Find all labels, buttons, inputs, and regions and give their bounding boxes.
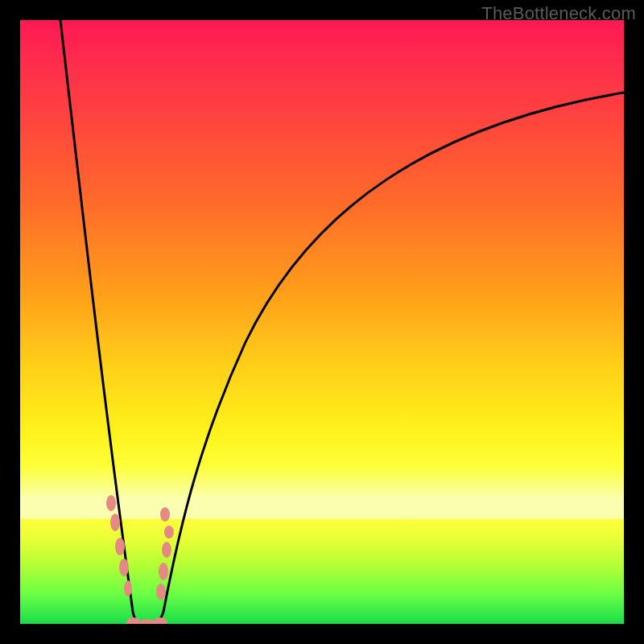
data-marker xyxy=(139,619,155,624)
curve-left-branch xyxy=(60,20,139,624)
data-marker xyxy=(164,526,174,539)
data-marker xyxy=(126,617,141,624)
data-marker xyxy=(153,617,167,624)
data-marker xyxy=(162,542,171,558)
watermark-text: TheBottleneck.com xyxy=(481,3,636,24)
chart-frame: TheBottleneck.com xyxy=(0,0,644,644)
curve-layer xyxy=(20,20,624,624)
curve-right-branch xyxy=(154,93,624,624)
data-marker xyxy=(160,507,170,522)
plot-area xyxy=(20,20,624,624)
data-marker xyxy=(106,495,116,511)
data-marker xyxy=(115,538,125,555)
data-marker xyxy=(110,514,120,531)
data-marker xyxy=(156,584,166,600)
data-marker xyxy=(124,580,132,597)
data-marker xyxy=(119,559,129,576)
data-marker xyxy=(159,563,168,580)
bottleneck-curve xyxy=(60,20,624,624)
